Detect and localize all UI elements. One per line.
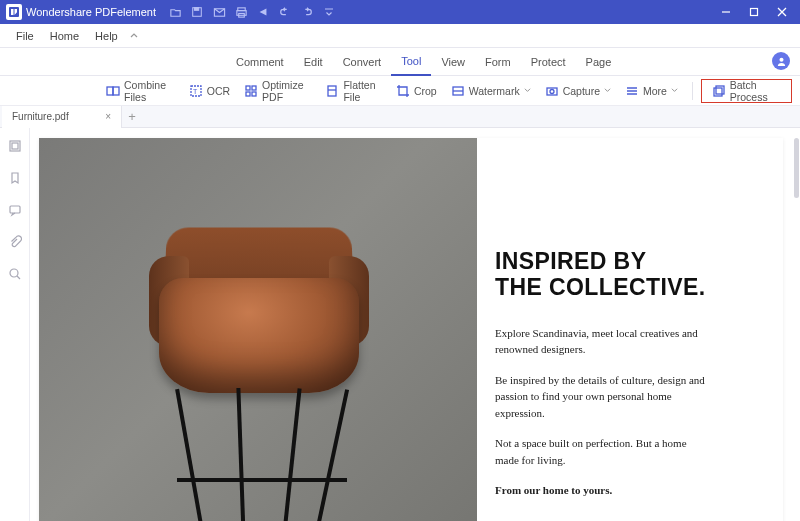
page-heading: INSPIRED BY THE COLLECTIVE. xyxy=(495,248,757,301)
tab-close-icon[interactable]: × xyxy=(105,111,111,122)
close-button[interactable] xyxy=(768,1,796,23)
crop-icon xyxy=(396,84,410,98)
tab-edit[interactable]: Edit xyxy=(294,48,333,76)
combine-icon xyxy=(106,84,120,98)
more-label: More xyxy=(643,85,667,97)
watermark-button[interactable]: Watermark xyxy=(445,79,537,103)
collapse-menu-icon[interactable] xyxy=(126,31,142,41)
more-button[interactable]: More xyxy=(619,79,684,103)
tab-tool[interactable]: Tool xyxy=(391,48,431,76)
batch-icon xyxy=(712,84,726,98)
toolbar: Combine Files T OCR Optimize PDF Flatten… xyxy=(0,76,800,106)
svg-rect-30 xyxy=(12,143,18,149)
tab-page[interactable]: Page xyxy=(576,48,622,76)
crop-button[interactable]: Crop xyxy=(390,79,443,103)
vertical-scrollbar[interactable] xyxy=(792,128,800,521)
svg-rect-10 xyxy=(107,87,113,95)
attachments-icon[interactable] xyxy=(7,234,23,250)
mail-icon[interactable] xyxy=(208,2,230,22)
tab-protect[interactable]: Protect xyxy=(521,48,576,76)
document-tab[interactable]: Furniture.pdf × xyxy=(2,106,122,128)
svg-point-23 xyxy=(550,89,554,93)
optimize-pdf-button[interactable]: Optimize PDF xyxy=(238,79,317,103)
chair-graphic xyxy=(129,198,389,518)
search-icon[interactable] xyxy=(7,266,23,282)
document-viewer[interactable]: INSPIRED BY THE COLLECTIVE. Explore Scan… xyxy=(30,128,792,521)
flatten-file-button[interactable]: Flatten File xyxy=(319,79,388,103)
svg-rect-14 xyxy=(246,86,250,90)
more-icon xyxy=(625,84,639,98)
svg-line-33 xyxy=(17,276,20,279)
svg-rect-31 xyxy=(10,206,20,213)
page-image xyxy=(39,138,477,521)
combine-files-button[interactable]: Combine Files xyxy=(100,79,181,103)
save-icon[interactable] xyxy=(186,2,208,22)
menu-file[interactable]: File xyxy=(8,24,42,48)
scrollbar-thumb[interactable] xyxy=(794,138,799,198)
redo-icon[interactable] xyxy=(296,2,318,22)
crop-label: Crop xyxy=(414,85,437,97)
tab-view[interactable]: View xyxy=(431,48,475,76)
svg-point-9 xyxy=(779,57,783,61)
svg-rect-17 xyxy=(252,92,256,96)
svg-point-32 xyxy=(10,269,18,277)
ribbon-tabs: Comment Edit Convert Tool View Form Prot… xyxy=(0,48,800,76)
chevron-down-icon xyxy=(604,87,611,94)
paragraph-2: Be inspired by the details of culture, d… xyxy=(495,372,705,422)
capture-label: Capture xyxy=(563,85,600,97)
new-tab-button[interactable]: + xyxy=(122,109,142,124)
svg-rect-11 xyxy=(113,87,119,95)
minimize-button[interactable] xyxy=(712,1,740,23)
ocr-button[interactable]: T OCR xyxy=(183,79,236,103)
capture-button[interactable]: Capture xyxy=(539,79,617,103)
title-bar: Wondershare PDFelement xyxy=(0,0,800,24)
paragraph-4: From our home to yours. xyxy=(495,482,705,499)
annotations-icon[interactable] xyxy=(7,202,23,218)
side-panel xyxy=(0,128,30,521)
svg-rect-27 xyxy=(714,88,722,96)
ocr-icon: T xyxy=(189,84,203,98)
share-icon[interactable] xyxy=(252,2,274,22)
svg-rect-16 xyxy=(246,92,250,96)
ocr-label: OCR xyxy=(207,85,230,97)
bookmarks-icon[interactable] xyxy=(7,170,23,186)
toolbar-separator xyxy=(692,82,693,100)
watermark-label: Watermark xyxy=(469,85,520,97)
heading-line1: INSPIRED BY xyxy=(495,248,646,274)
app-title: Wondershare PDFelement xyxy=(26,6,156,18)
menu-home[interactable]: Home xyxy=(42,24,87,48)
thumbnails-icon[interactable] xyxy=(7,138,23,154)
page-text: INSPIRED BY THE COLLECTIVE. Explore Scan… xyxy=(477,138,783,521)
optimize-label: Optimize PDF xyxy=(262,79,311,103)
open-icon[interactable] xyxy=(164,2,186,22)
capture-icon xyxy=(545,84,559,98)
svg-rect-2 xyxy=(194,8,198,11)
optimize-icon xyxy=(244,84,258,98)
menu-help[interactable]: Help xyxy=(87,24,126,48)
paragraph-3: Not a space built on perfection. But a h… xyxy=(495,435,705,468)
user-avatar-icon[interactable] xyxy=(772,52,790,70)
svg-rect-18 xyxy=(328,86,336,96)
svg-text:T: T xyxy=(193,88,198,95)
tab-convert[interactable]: Convert xyxy=(333,48,392,76)
print-icon[interactable] xyxy=(230,2,252,22)
document-tabs: Furniture.pdf × + xyxy=(0,106,800,128)
tab-comment[interactable]: Comment xyxy=(226,48,294,76)
app-logo-icon xyxy=(6,4,22,20)
batch-label: Batch Process xyxy=(730,79,781,103)
combine-label: Combine Files xyxy=(124,79,175,103)
svg-rect-0 xyxy=(9,7,19,17)
heading-line2: THE COLLECTIVE. xyxy=(495,274,705,300)
undo-icon[interactable] xyxy=(274,2,296,22)
chevron-down-icon xyxy=(524,87,531,94)
paragraph-1: Explore Scandinavia, meet local creative… xyxy=(495,325,705,358)
svg-rect-28 xyxy=(716,86,724,94)
tab-form[interactable]: Form xyxy=(475,48,521,76)
svg-rect-15 xyxy=(252,86,256,90)
batch-process-button[interactable]: Batch Process xyxy=(701,79,792,103)
workspace: INSPIRED BY THE COLLECTIVE. Explore Scan… xyxy=(0,128,800,521)
quick-access-dropdown-icon[interactable] xyxy=(318,2,340,22)
maximize-button[interactable] xyxy=(740,1,768,23)
menu-bar: File Home Help xyxy=(0,24,800,48)
chevron-down-icon xyxy=(671,87,678,94)
